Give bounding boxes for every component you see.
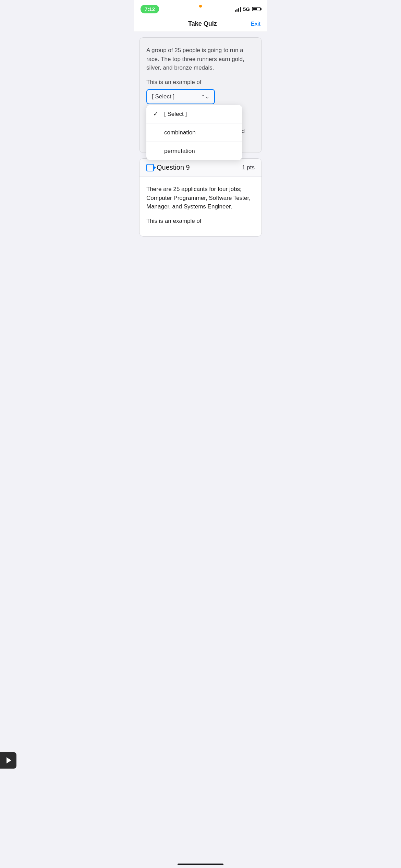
signal-bar-3 (238, 8, 239, 12)
main-content: A group of 25 people is going to run a r… (134, 32, 267, 242)
dropdown-item-label-2: combination (164, 129, 196, 136)
dropdown-item-combination[interactable]: ✓ combination (146, 123, 242, 142)
status-right: 5G (235, 6, 260, 12)
checkmark-icon: ✓ (153, 110, 160, 118)
status-bar: 7:12 5G (134, 0, 267, 16)
question-tag-icon (146, 164, 154, 171)
dropdown-item-select[interactable]: ✓ [ Select ] (146, 105, 242, 123)
question-tag: Question 9 (146, 164, 190, 171)
question-8-card: A group of 25 people is going to run a r… (139, 37, 262, 153)
select-1-button[interactable]: [ Select ] ⌃⌄ (146, 89, 215, 104)
select-1-chevron-icon: ⌃⌄ (201, 94, 209, 99)
signal-bar-4 (240, 7, 241, 12)
question-9-prompt: This is an example of (146, 217, 255, 226)
question-9-card: Question 9 1 pts There are 25 applicants… (139, 158, 262, 237)
question-9-text: There are 25 applicants for four jobs; C… (146, 185, 255, 211)
dropdown-item-permutation[interactable]: ✓ permutation (146, 142, 242, 160)
question-9-number: Question 9 (157, 164, 190, 171)
select-1-value: [ Select ] (152, 93, 174, 100)
signal-bars (235, 7, 241, 12)
question-9-points: 1 pts (242, 164, 255, 171)
nav-title: Take Quiz (188, 20, 217, 27)
dropdown-item-label: [ Select ] (164, 111, 187, 118)
network-label: 5G (243, 6, 250, 12)
dropdown-item-label-3: permutation (164, 148, 195, 155)
signal-bar-2 (236, 9, 238, 12)
select-1-wrapper: [ Select ] ⌃⌄ ✓ [ Select ] ✓ combination… (146, 89, 215, 104)
question-9-header: Question 9 1 pts (139, 159, 262, 177)
battery-fill (253, 8, 257, 10)
signal-bar-1 (235, 10, 236, 12)
dropdown-menu: ✓ [ Select ] ✓ combination ✓ permutation (146, 105, 242, 160)
exit-button[interactable]: Exit (251, 21, 260, 27)
battery-icon (252, 7, 260, 11)
question-9-body: There are 25 applicants for four jobs; C… (139, 177, 262, 236)
camera-dot (199, 5, 202, 8)
nav-header: Take Quiz Exit (134, 16, 267, 32)
status-time: 7:12 (141, 5, 159, 13)
